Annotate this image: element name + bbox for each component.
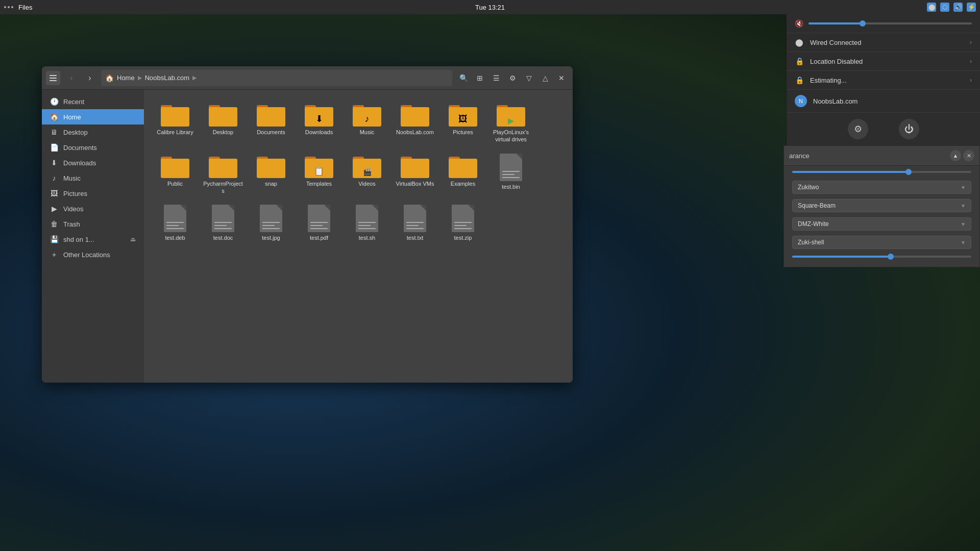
file-item-pictures[interactable]: 🖼 Pictures (440, 98, 486, 147)
file-item-pycharm[interactable]: PycharmProjects (200, 149, 246, 199)
file-label-calibre: Calibre Library (157, 129, 193, 136)
appearance-actions: ▲ ✕ (950, 150, 974, 161)
breadcrumb-home[interactable]: Home (117, 74, 135, 82)
brightness-thumb (905, 169, 912, 175)
dot3 (11, 6, 13, 8)
battery-row[interactable]: 🔒 Estimating... › (787, 71, 980, 90)
file-item-videos[interactable]: 🎬 Videos (344, 149, 390, 199)
icon-theme-row: Square-Beam ▼ (784, 196, 979, 215)
file-item-testzip[interactable]: test.zip (440, 201, 486, 245)
icon-theme-dropdown[interactable]: Square-Beam ▼ (792, 199, 971, 212)
sidebar-item-home[interactable]: 🏠 Home (42, 109, 144, 124)
sidebar-item-desktop[interactable]: 🖥 Desktop (42, 124, 144, 140)
sidebar-item-shd[interactable]: 💾 shd on 1... ⏏ (42, 232, 144, 247)
list-view-button[interactable]: ☰ (489, 71, 503, 85)
file-item-documents[interactable]: Documents (248, 98, 294, 147)
grid-view-button[interactable]: ⊞ (473, 71, 487, 85)
sidebar-item-other[interactable]: + Other Locations (42, 247, 144, 262)
audio-icon[interactable]: 🔊 (953, 3, 963, 12)
folder-icon-videos: 🎬 (353, 154, 381, 178)
sidebar-item-documents[interactable]: 📄 Documents (42, 140, 144, 155)
hamburger-icon (50, 75, 57, 81)
gtk-dropdown-arrow: ▼ (961, 185, 966, 190)
volume-slider[interactable] (808, 22, 972, 24)
sidebar-item-pictures[interactable]: 🖼 Pictures (42, 186, 144, 201)
settings-button[interactable]: ⚙ (505, 71, 520, 85)
breadcrumb-bar: 🏠 Home ▶ NoobsLab.com ▶ (101, 70, 452, 86)
sidebar-item-music[interactable]: ♪ Music (42, 170, 144, 186)
file-item-public[interactable]: Public (152, 149, 198, 199)
topbar-app-name: Files (18, 4, 32, 11)
file-item-testdoc[interactable]: test.doc (200, 201, 246, 245)
file-item-downloads[interactable]: ⬇ Downloads (296, 98, 342, 147)
power-action-button[interactable]: ⏻ (899, 119, 919, 139)
brightness-fill (792, 171, 909, 173)
file-item-virtualbox[interactable]: VirtualBox VMs (392, 149, 438, 199)
brightness-slider[interactable] (792, 171, 971, 173)
maximize-button[interactable]: △ (538, 71, 552, 85)
appearance-panel: arance ▲ ✕ Zukitwo ▼ Square-Beam ▼ DMZ-W… (783, 145, 980, 267)
file-item-playonlinux[interactable]: ▶ PlayOnLinux's virtual drives (488, 98, 534, 147)
sidebar-label-videos: Videos (63, 205, 84, 213)
file-icon-testdeb (164, 205, 186, 232)
search-button[interactable]: 🔍 (456, 71, 471, 85)
documents-icon: 📄 (50, 143, 58, 152)
settings-action-button[interactable]: ⚙ (848, 119, 868, 139)
shell-theme-dropdown[interactable]: Zuki-shell ▼ (792, 236, 971, 249)
second-slider-row (784, 252, 979, 262)
file-icon-testtxt (404, 205, 426, 232)
file-label-noobslab: NoobsLab.com (396, 129, 434, 136)
file-item-snap[interactable]: snap (248, 149, 294, 199)
location-row[interactable]: 🔒 Location Disabled › (787, 52, 980, 71)
file-item-testdeb[interactable]: test.deb (152, 201, 198, 245)
file-item-testsh[interactable]: test.sh (344, 201, 390, 245)
file-item-testjpg[interactable]: test.jpg (248, 201, 294, 245)
topbar-datetime: Tue 13:21 (475, 4, 505, 11)
sidebar-label-music: Music (63, 174, 81, 182)
appearance-close-button[interactable]: ✕ (963, 150, 974, 161)
file-item-calibre[interactable]: Calibre Library (152, 98, 198, 147)
sidebar-item-trash[interactable]: 🗑 Trash (42, 216, 144, 232)
other-icon: + (50, 251, 58, 259)
breadcrumb-current[interactable]: NoobsLab.com (145, 74, 189, 82)
nav-forward-button[interactable]: › (83, 71, 97, 85)
appearance-up-button[interactable]: ▲ (950, 150, 961, 161)
window-titlebar: ‹ › 🏠 Home ▶ NoobsLab.com ▶ 🔍 ⊞ ☰ ⚙ ▽ △ … (42, 66, 573, 90)
user-row: N NoobsLab.com (787, 90, 980, 113)
bluetooth-icon[interactable]: ⬡ (940, 3, 949, 12)
file-item-noobslab[interactable]: NoobsLab.com (392, 98, 438, 147)
downloads-icon: ⬇ (50, 159, 58, 167)
eject-button[interactable]: ⏏ (130, 236, 136, 243)
color-theme-dropdown[interactable]: DMZ-White ▼ (792, 217, 971, 231)
home-icon: 🏠 (105, 74, 114, 82)
power-icon[interactable]: ⚡ (967, 3, 976, 12)
file-item-music[interactable]: ♪ Music (344, 98, 390, 147)
drive-icon: 💾 (50, 235, 58, 243)
file-label-music: Music (360, 129, 375, 136)
topbar-dots[interactable] (4, 6, 13, 8)
second-slider-fill (792, 256, 891, 258)
file-icon-testpdf (308, 205, 330, 232)
file-item-testbin[interactable]: test.bin (488, 149, 534, 199)
location-label: Location Disabled (810, 58, 964, 65)
shell-theme-row: Zuki-shell ▼ (784, 233, 979, 252)
folder-icon-pictures: 🖼 (449, 102, 477, 127)
close-button[interactable]: ✕ (554, 71, 569, 85)
window-menu-button[interactable] (46, 71, 60, 85)
network-row[interactable]: ⬤ Wired Connected › (787, 33, 980, 52)
volume-thumb (860, 20, 866, 27)
file-item-examples[interactable]: Examples (440, 149, 486, 199)
file-item-templates[interactable]: 📋 Templates (296, 149, 342, 199)
file-item-testtxt[interactable]: test.txt (392, 201, 438, 245)
minimize-button[interactable]: ▽ (522, 71, 536, 85)
network-status-icon[interactable]: ⬤ (927, 3, 936, 12)
sidebar-item-recent[interactable]: 🕐 Recent (42, 94, 144, 109)
folder-icon-virtualbox (401, 154, 429, 178)
file-item-desktop[interactable]: Desktop (200, 98, 246, 147)
gtk-theme-dropdown[interactable]: Zukitwo ▼ (792, 181, 971, 194)
second-slider[interactable] (792, 256, 971, 258)
sidebar-item-videos[interactable]: ▶ Videos (42, 201, 144, 216)
file-item-testpdf[interactable]: test.pdf (296, 201, 342, 245)
nav-back-button[interactable]: ‹ (64, 71, 79, 85)
sidebar-item-downloads[interactable]: ⬇ Downloads (42, 155, 144, 170)
